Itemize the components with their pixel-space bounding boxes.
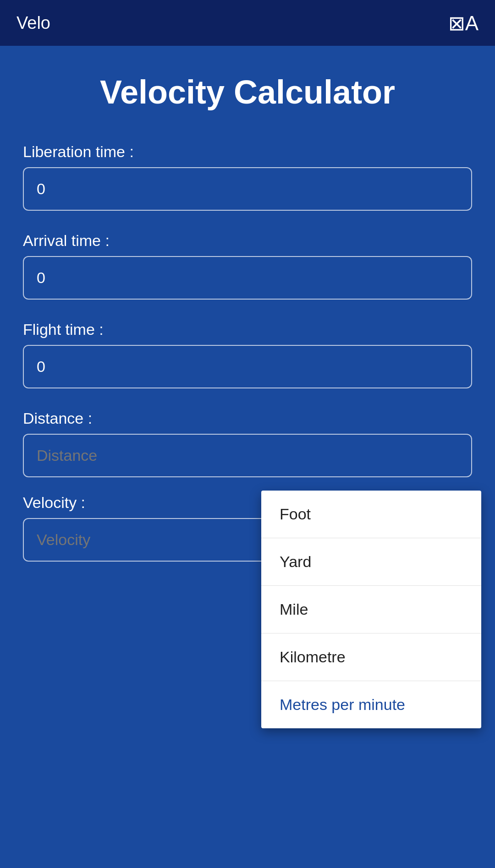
flight-time-group: Flight time :: [23, 321, 472, 405]
flight-time-input[interactable]: [23, 345, 472, 388]
liberation-time-input[interactable]: [23, 167, 472, 211]
distance-group: Distance :: [23, 409, 472, 477]
arrival-time-input[interactable]: [23, 256, 472, 300]
app-bar: Velo ⊠A: [0, 0, 495, 46]
liberation-time-label: Liberation time :: [23, 143, 472, 161]
distance-input[interactable]: [23, 434, 472, 477]
arrival-time-group: Arrival time :: [23, 232, 472, 316]
dropdown-item-mile[interactable]: Mile: [261, 586, 481, 633]
velocity-group: Velocity : Foot Yard Mile Kilometre Metr…: [23, 494, 472, 562]
distance-label: Distance :: [23, 409, 472, 427]
velocity-row: Foot Yard Mile Kilometre Metres per minu…: [23, 518, 472, 562]
page-title: Velocity Calculator: [23, 73, 472, 111]
distance-row: [23, 434, 472, 477]
flight-time-label: Flight time :: [23, 321, 472, 338]
dropdown-item-metres-per-minute[interactable]: Metres per minute: [261, 681, 481, 728]
arrival-time-label: Arrival time :: [23, 232, 472, 250]
dropdown-item-foot[interactable]: Foot: [261, 491, 481, 538]
translate-icon[interactable]: ⊠A: [448, 11, 478, 35]
unit-dropdown-menu: Foot Yard Mile Kilometre Metres per minu…: [261, 491, 481, 728]
app-bar-title: Velo: [16, 13, 50, 33]
liberation-time-group: Liberation time :: [23, 143, 472, 227]
main-content: Velocity Calculator Liberation time : Ar…: [0, 46, 495, 868]
dropdown-item-yard[interactable]: Yard: [261, 538, 481, 586]
dropdown-item-kilometre[interactable]: Kilometre: [261, 633, 481, 681]
